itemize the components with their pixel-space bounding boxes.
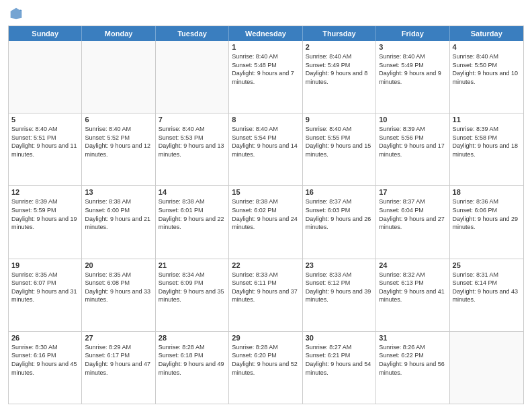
day-number: 17 — [379, 188, 446, 196]
day-number: 16 — [306, 188, 373, 196]
calendar-cell: 21Sunrise: 8:34 AM Sunset: 6:09 PM Dayli… — [156, 259, 229, 331]
header — [8, 7, 524, 20]
logo — [8, 7, 23, 20]
logo-text — [8, 7, 23, 20]
day-info: Sunrise: 8:30 AM Sunset: 6:16 PM Dayligh… — [11, 343, 79, 377]
calendar-cell: 16Sunrise: 8:37 AM Sunset: 6:03 PM Dayli… — [303, 186, 376, 258]
day-info: Sunrise: 8:31 AM Sunset: 6:14 PM Dayligh… — [453, 271, 521, 304]
day-info: Sunrise: 8:38 AM Sunset: 6:01 PM Dayligh… — [159, 197, 226, 231]
day-number: 14 — [159, 188, 226, 196]
day-number: 12 — [11, 188, 79, 196]
day-number: 9 — [306, 116, 373, 124]
day-info: Sunrise: 8:28 AM Sunset: 6:18 PM Dayligh… — [159, 343, 226, 377]
calendar-cell — [156, 41, 229, 113]
day-number: 23 — [306, 261, 373, 269]
calendar-cell: 7Sunrise: 8:40 AM Sunset: 5:53 PM Daylig… — [156, 113, 229, 185]
day-info: Sunrise: 8:27 AM Sunset: 6:21 PM Dayligh… — [306, 343, 373, 377]
calendar-cell: 26Sunrise: 8:30 AM Sunset: 6:16 PM Dayli… — [9, 332, 82, 404]
calendar-cell: 30Sunrise: 8:27 AM Sunset: 6:21 PM Dayli… — [303, 332, 376, 404]
calendar-cell: 4Sunrise: 8:40 AM Sunset: 5:50 PM Daylig… — [450, 41, 523, 113]
header-sunday: Sunday — [9, 26, 82, 41]
day-number: 26 — [11, 334, 79, 342]
day-number: 22 — [232, 261, 299, 269]
day-number: 5 — [11, 116, 79, 124]
day-info: Sunrise: 8:40 AM Sunset: 5:50 PM Dayligh… — [453, 52, 521, 86]
day-number: 31 — [379, 334, 446, 342]
day-info: Sunrise: 8:33 AM Sunset: 6:11 PM Dayligh… — [232, 271, 299, 304]
calendar-header: Sunday Monday Tuesday Wednesday Thursday… — [9, 26, 523, 41]
calendar-cell: 9Sunrise: 8:40 AM Sunset: 5:55 PM Daylig… — [303, 113, 376, 185]
header-monday: Monday — [82, 26, 155, 41]
calendar-cell: 13Sunrise: 8:38 AM Sunset: 6:00 PM Dayli… — [82, 186, 155, 258]
day-info: Sunrise: 8:40 AM Sunset: 5:55 PM Dayligh… — [306, 125, 373, 158]
day-number: 10 — [379, 116, 446, 124]
calendar-cell: 12Sunrise: 8:39 AM Sunset: 5:59 PM Dayli… — [9, 186, 82, 258]
day-info: Sunrise: 8:33 AM Sunset: 6:12 PM Dayligh… — [306, 271, 373, 304]
calendar-cell: 18Sunrise: 8:36 AM Sunset: 6:06 PM Dayli… — [450, 186, 523, 258]
day-info: Sunrise: 8:40 AM Sunset: 5:48 PM Dayligh… — [232, 52, 299, 86]
day-number: 8 — [232, 116, 299, 124]
day-info: Sunrise: 8:26 AM Sunset: 6:22 PM Dayligh… — [379, 343, 446, 377]
day-info: Sunrise: 8:39 AM Sunset: 5:59 PM Dayligh… — [11, 197, 79, 231]
day-number: 6 — [85, 116, 152, 124]
day-info: Sunrise: 8:38 AM Sunset: 6:00 PM Dayligh… — [85, 197, 152, 231]
day-number: 4 — [453, 43, 521, 51]
day-number: 25 — [453, 261, 521, 269]
day-info: Sunrise: 8:34 AM Sunset: 6:09 PM Dayligh… — [159, 271, 226, 304]
day-number: 30 — [306, 334, 373, 342]
calendar-week-4: 19Sunrise: 8:35 AM Sunset: 6:07 PM Dayli… — [9, 259, 523, 332]
calendar-cell: 25Sunrise: 8:31 AM Sunset: 6:14 PM Dayli… — [450, 259, 523, 331]
calendar-cell: 1Sunrise: 8:40 AM Sunset: 5:48 PM Daylig… — [229, 41, 302, 113]
day-info: Sunrise: 8:38 AM Sunset: 6:02 PM Dayligh… — [232, 197, 299, 231]
day-number: 28 — [159, 334, 226, 342]
calendar-week-5: 26Sunrise: 8:30 AM Sunset: 6:16 PM Dayli… — [9, 332, 523, 404]
calendar-cell: 19Sunrise: 8:35 AM Sunset: 6:07 PM Dayli… — [9, 259, 82, 331]
day-number: 19 — [11, 261, 79, 269]
logo-icon — [9, 7, 23, 20]
calendar-cell: 6Sunrise: 8:40 AM Sunset: 5:52 PM Daylig… — [82, 113, 155, 185]
day-number: 20 — [85, 261, 152, 269]
calendar-cell: 29Sunrise: 8:28 AM Sunset: 6:20 PM Dayli… — [229, 332, 302, 404]
day-info: Sunrise: 8:32 AM Sunset: 6:13 PM Dayligh… — [379, 271, 446, 304]
day-number: 15 — [232, 188, 299, 196]
header-friday: Friday — [376, 26, 449, 41]
calendar-cell: 31Sunrise: 8:26 AM Sunset: 6:22 PM Dayli… — [376, 332, 449, 404]
day-number: 11 — [453, 116, 521, 124]
day-info: Sunrise: 8:39 AM Sunset: 5:56 PM Dayligh… — [379, 125, 446, 158]
day-number: 13 — [85, 188, 152, 196]
calendar-week-2: 5Sunrise: 8:40 AM Sunset: 5:51 PM Daylig… — [9, 113, 523, 186]
day-info: Sunrise: 8:28 AM Sunset: 6:20 PM Dayligh… — [232, 343, 299, 377]
calendar-cell — [9, 41, 82, 113]
calendar-cell: 14Sunrise: 8:38 AM Sunset: 6:01 PM Dayli… — [156, 186, 229, 258]
calendar-week-1: 1Sunrise: 8:40 AM Sunset: 5:48 PM Daylig… — [9, 41, 523, 113]
day-info: Sunrise: 8:40 AM Sunset: 5:52 PM Dayligh… — [85, 125, 152, 158]
calendar-cell: 2Sunrise: 8:40 AM Sunset: 5:49 PM Daylig… — [303, 41, 376, 113]
calendar-cell: 23Sunrise: 8:33 AM Sunset: 6:12 PM Dayli… — [303, 259, 376, 331]
day-number: 24 — [379, 261, 446, 269]
day-number: 27 — [85, 334, 152, 342]
day-info: Sunrise: 8:40 AM Sunset: 5:49 PM Dayligh… — [306, 52, 373, 86]
day-number: 21 — [159, 261, 226, 269]
day-info: Sunrise: 8:36 AM Sunset: 6:06 PM Dayligh… — [453, 197, 521, 231]
calendar: Sunday Monday Tuesday Wednesday Thursday… — [8, 26, 524, 404]
header-thursday: Thursday — [303, 26, 376, 41]
day-info: Sunrise: 8:40 AM Sunset: 5:49 PM Dayligh… — [379, 52, 446, 86]
calendar-cell — [450, 332, 523, 404]
calendar-cell: 27Sunrise: 8:29 AM Sunset: 6:17 PM Dayli… — [82, 332, 155, 404]
calendar-cell: 5Sunrise: 8:40 AM Sunset: 5:51 PM Daylig… — [9, 113, 82, 185]
day-info: Sunrise: 8:35 AM Sunset: 6:08 PM Dayligh… — [85, 271, 152, 304]
calendar-cell: 28Sunrise: 8:28 AM Sunset: 6:18 PM Dayli… — [156, 332, 229, 404]
day-number: 29 — [232, 334, 299, 342]
day-info: Sunrise: 8:35 AM Sunset: 6:07 PM Dayligh… — [11, 271, 79, 304]
header-wednesday: Wednesday — [229, 26, 302, 41]
calendar-cell — [82, 41, 155, 113]
calendar-week-3: 12Sunrise: 8:39 AM Sunset: 5:59 PM Dayli… — [9, 186, 523, 259]
calendar-cell: 17Sunrise: 8:37 AM Sunset: 6:04 PM Dayli… — [376, 186, 449, 258]
day-number: 2 — [306, 43, 373, 51]
day-number: 7 — [159, 116, 226, 124]
day-info: Sunrise: 8:40 AM Sunset: 5:51 PM Dayligh… — [11, 125, 79, 158]
page: Sunday Monday Tuesday Wednesday Thursday… — [0, 0, 532, 411]
calendar-cell: 11Sunrise: 8:39 AM Sunset: 5:58 PM Dayli… — [450, 113, 523, 185]
calendar-cell: 24Sunrise: 8:32 AM Sunset: 6:13 PM Dayli… — [376, 259, 449, 331]
day-info: Sunrise: 8:37 AM Sunset: 6:03 PM Dayligh… — [306, 197, 373, 231]
